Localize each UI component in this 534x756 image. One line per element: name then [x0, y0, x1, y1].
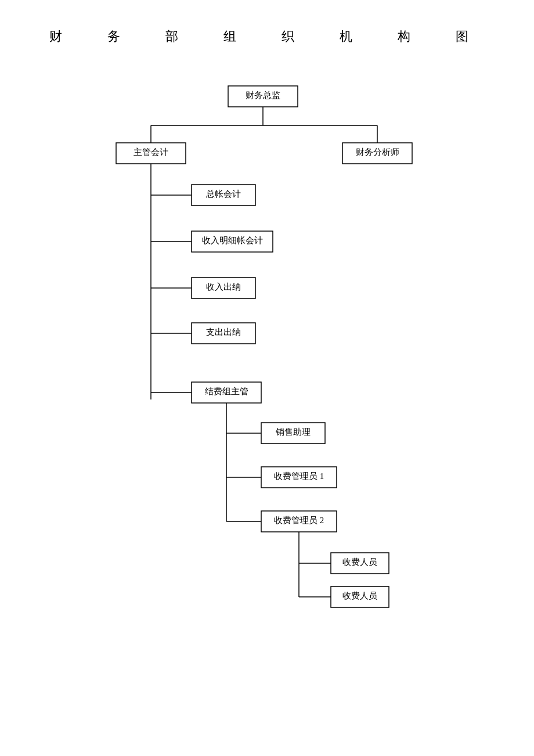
label-cwzj: 财务总监: [246, 91, 280, 100]
label-zzhkj: 总帐会计: [205, 189, 241, 199]
label-sfry2: 收费人员: [342, 591, 377, 600]
label-cwfxs: 财务分析师: [356, 147, 399, 157]
label-zgkj: 主管会计: [134, 147, 168, 157]
label-sfgly1: 收费管理员 1: [274, 471, 324, 481]
label-jfzzg: 结费组主管: [205, 387, 248, 396]
label-xshl: 销售助理: [275, 427, 311, 437]
label-sfgly2: 收费管理员 2: [274, 516, 324, 525]
label-srck: 收入出纳: [206, 282, 241, 291]
org-chart: 财务总监 主管会计 财务分析师 总帐会计 收入明细帐会计 收入出纳: [0, 45, 534, 672]
page-title: 财 务 部 组 织 机 构 图: [0, 0, 534, 45]
label-sfry1: 收费人员: [342, 557, 377, 567]
label-srmxzkj: 收入明细帐会计: [202, 236, 263, 245]
label-zck: 支出出纳: [206, 327, 241, 337]
